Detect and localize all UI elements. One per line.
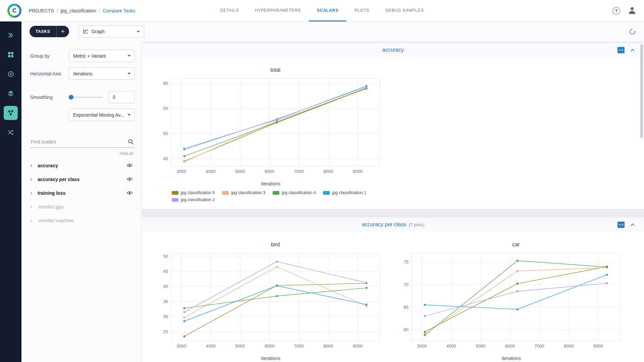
legend-swatch [323, 191, 330, 195]
svg-text:3000: 3000 [417, 344, 427, 349]
svg-text:70: 70 [404, 282, 409, 287]
visibility-eye-icon[interactable] [125, 189, 135, 196]
svg-text:8000: 8000 [323, 169, 333, 174]
svg-text:4000: 4000 [446, 344, 456, 349]
scalar-group-list: › accuracy › accuracy per class › traini… [30, 159, 135, 227]
search-input[interactable] [30, 136, 135, 148]
svg-text:4000: 4000 [206, 344, 216, 349]
chart-total[interactable]: total30004000500060007000800090004550556… [155, 64, 390, 203]
smoothing-label: Smoothing [30, 95, 53, 100]
chevron-right-icon[interactable]: › [30, 189, 38, 197]
legend-label: jpg classification 1 [332, 190, 366, 195]
legend-item[interactable]: jpg classification 2 [172, 197, 215, 202]
svg-text:3000: 3000 [176, 169, 186, 174]
legend-label: jpg classification 4 [282, 190, 316, 195]
header-actions: ? [612, 6, 637, 16]
section-header: accuracy </> [142, 43, 644, 57]
horizontal-axis-select[interactable]: Iterations [69, 67, 135, 80]
collapse-section-icon[interactable] [630, 223, 635, 227]
smoothing-slider[interactable] [69, 95, 103, 100]
tab-details[interactable]: DETAILS [212, 0, 247, 21]
svg-text:6000: 6000 [505, 344, 515, 349]
breadcrumb-projects[interactable]: PROJECTS [29, 8, 54, 13]
chevron-right-icon[interactable]: › [30, 162, 38, 169]
section-subtitle: (7 plots) [409, 222, 424, 227]
svg-text:5000: 5000 [476, 344, 485, 349]
collapse-section-icon[interactable] [630, 48, 635, 52]
chevron-right-icon[interactable]: › [30, 176, 38, 183]
smoothing-method-row: Exponential Moving Av... [30, 109, 135, 121]
svg-text:50: 50 [163, 131, 168, 136]
section-header: accuracy per class(7 plots) </> [142, 218, 644, 232]
tasks-button[interactable]: TASKS [30, 26, 56, 37]
smoothing-value-input[interactable] [108, 91, 135, 103]
svg-text:7000: 7000 [294, 169, 304, 174]
tab-debug-samples[interactable]: DEBUG SAMPLES [377, 0, 432, 21]
svg-text:45: 45 [163, 269, 168, 274]
slider-knob[interactable] [69, 95, 73, 100]
experiments-icon[interactable] [4, 106, 18, 120]
legend-item[interactable]: jpg classification 5 [172, 190, 215, 195]
pipelines-icon[interactable] [4, 125, 18, 139]
visibility-eye-icon[interactable] [125, 176, 135, 183]
svg-text:7000: 7000 [535, 344, 544, 349]
breadcrumb-current-page: Compare Tasks [103, 8, 135, 13]
tab-hyperparameters[interactable]: HYPERPARAMETERS [247, 0, 309, 21]
tab-scalars[interactable]: SCALARS [309, 0, 346, 21]
compare-toolbar: TASKS + Graph [21, 21, 644, 42]
embed-code-icon[interactable]: </> [618, 47, 625, 53]
svg-text:6000: 6000 [265, 344, 274, 349]
plot-canvas[interactable]: total30004000500060007000800090004550556… [155, 64, 390, 180]
hide-all-link[interactable]: Hide all [30, 151, 133, 156]
chevron-right-icon[interactable]: › [30, 217, 38, 224]
chevron-down-icon [127, 114, 131, 116]
help-icon[interactable]: ? [612, 7, 620, 15]
legend-label: jpg classification 5 [181, 190, 215, 195]
main-tabs: DETAILS HYPERPARAMETERS SCALARS PLOTS DE… [212, 0, 432, 21]
scrollbar-thumb[interactable] [640, 44, 643, 138]
svg-text:35: 35 [163, 299, 168, 304]
visibility-eye-icon[interactable] [125, 162, 135, 169]
section-title: accuracy per class [362, 222, 407, 227]
breadcrumb-project-name[interactable]: jpg_classification [61, 8, 96, 13]
svg-text:7000: 7000 [294, 344, 304, 349]
user-avatar-icon[interactable] [628, 6, 637, 16]
slider-track[interactable] [69, 97, 103, 98]
legend-item[interactable]: jpg classification 1 [323, 190, 366, 195]
launch-icon[interactable] [4, 28, 18, 42]
svg-text:total: total [270, 67, 280, 73]
scalar-group-monitor-machine[interactable]: › :monitor:machine [30, 214, 135, 227]
plot-canvas[interactable]: car300040005000600070008000900060657075 [395, 239, 630, 354]
reports-icon[interactable] [4, 86, 18, 101]
legend-item[interactable]: jpg classification 4 [273, 190, 316, 195]
datasets-icon[interactable] [4, 67, 18, 81]
graph-icon [83, 28, 89, 35]
legend-item[interactable]: jpg classification 3 [222, 190, 265, 195]
legend-swatch [172, 198, 178, 202]
scalar-group-training-loss[interactable]: › training loss [30, 186, 135, 200]
tasks-button-group: TASKS + [30, 26, 69, 37]
scalar-group-accuracy-per-class[interactable]: › accuracy per class [30, 172, 135, 186]
view-mode-select[interactable]: Graph [78, 25, 144, 38]
chevron-right-icon[interactable]: › [30, 203, 38, 210]
chart-bird[interactable]: bird300040005000600070008000900025303540… [155, 239, 390, 362]
scalar-group-monitor-gpu[interactable]: › :monitor:gpu [30, 200, 135, 214]
legend-swatch [222, 191, 229, 195]
embed-code-icon[interactable]: </> [618, 222, 625, 228]
group-by-select[interactable]: Metric + Variant [69, 50, 135, 62]
plot-canvas[interactable]: bird300040005000600070008000900025303540… [155, 239, 390, 354]
logo-letter: C [9, 6, 19, 16]
scalar-search-row [30, 136, 135, 148]
x-axis-label: Iterations [155, 356, 386, 361]
legend-swatch [172, 191, 178, 195]
smoothing-method-select[interactable]: Exponential Moving Av... [69, 109, 135, 121]
projects-icon[interactable] [4, 48, 18, 62]
clearml-logo[interactable]: C [7, 4, 21, 18]
tab-plots[interactable]: PLOTS [346, 0, 377, 21]
svg-text:car: car [512, 242, 520, 247]
scalar-group-accuracy[interactable]: › accuracy [30, 159, 135, 172]
add-task-button[interactable]: + [56, 26, 69, 37]
auto-refresh-icon[interactable] [629, 28, 636, 35]
app-window: C PROJECTS / jpg_classification / Compar… [0, 0, 644, 362]
chart-car[interactable]: car300040005000600070008000900060657075 … [395, 239, 630, 362]
